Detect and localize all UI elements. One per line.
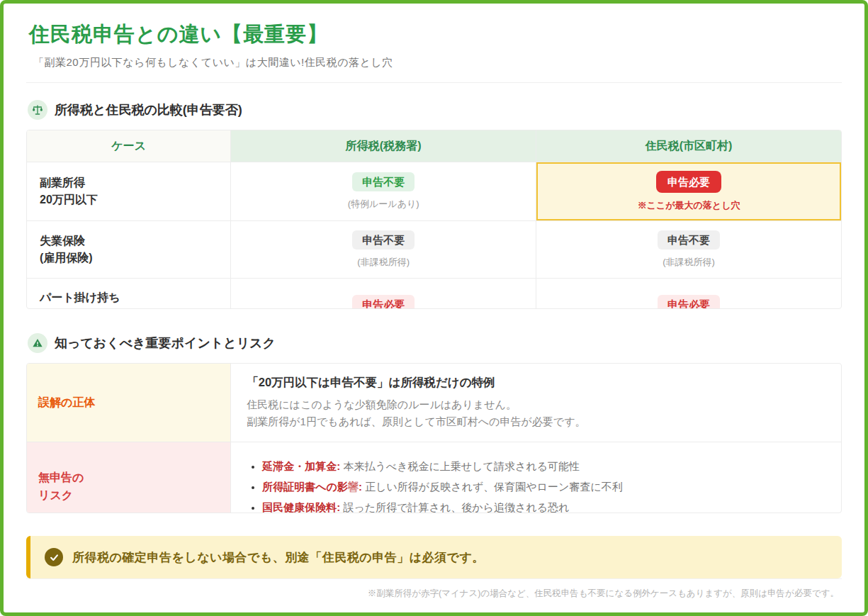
status-badge: 申告必要 — [352, 295, 415, 309]
resident-tax-cell-row1-highlighted: 申告必要 ※ここが最大の落とし穴 — [536, 162, 841, 220]
income-tax-cell-row2: 申告不要 (非課税所得) — [230, 220, 536, 278]
column-header-resident-tax: 住民税(市区町村) — [536, 130, 841, 162]
warning-icon — [28, 333, 47, 353]
case-line1: パート掛け持ち — [40, 289, 120, 306]
status-badge: 申告不要 — [352, 230, 415, 250]
case-line1: 副業所得 — [40, 174, 85, 191]
page: 住民税申告との違い【最重要】 「副業20万円以下なら何もしなくていい」は大間違い… — [0, 0, 868, 616]
column-header-income-tax: 所得税(税務署) — [230, 130, 536, 162]
risk-label-line1: 無申告の — [38, 469, 219, 487]
misunderstanding-title: 「20万円以下は申告不要」は所得税だけの特例 — [247, 375, 825, 391]
status-badge: 申告不要 — [658, 230, 720, 250]
income-tax-cell-row1: 申告不要 (特例ルールあり) — [230, 162, 536, 220]
status-badge: 申告不要 — [352, 172, 415, 191]
risk-item: 所得証明書への影響: 正しい所得が反映されず、保育園やローン審査に不利 — [262, 478, 825, 495]
case-line2: (雇用保険) — [40, 250, 93, 267]
case-line2: (年末調整なし) — [40, 308, 106, 309]
risk-term: 所得証明書への影響: — [262, 481, 362, 493]
footnote: ※副業所得が赤字(マイナス)の場合など、住民税申告も不要になる例外ケースもありま… — [26, 578, 842, 603]
row-label-risk: 無申告の リスク — [27, 442, 230, 513]
page-subtitle: 「副業20万円以下なら何もしなくていい」は大間違い!住民税の落とし穴 — [29, 56, 842, 69]
income-tax-cell-row3: 申告必要 — [230, 278, 536, 309]
comparison-section-heading: 所得税と住民税の比較(申告要否) — [28, 100, 842, 120]
callout-text: 所得税の確定申告をしない場合でも、別途「住民税の申告」は必須です。 — [72, 549, 485, 566]
status-badge: 申告必要 — [658, 295, 720, 309]
badge-note: (非課税所得) — [357, 256, 410, 269]
scale-icon — [28, 100, 47, 120]
points-heading-label: 知っておくべき重要ポイントとリスク — [55, 335, 276, 352]
risk-item: 国民健康保険料: 誤った所得で計算され、後から追徴される恐れ — [262, 499, 825, 513]
comparison-table: ケース 所得税(税務署) 住民税(市区町村) 副業所得 20万円以下 申告不要 … — [26, 130, 842, 309]
case-line2: 20万円以下 — [40, 191, 98, 208]
risk-item: 延滞金・加算金: 本来払うべき税金に上乗せして請求される可能性 — [262, 458, 825, 474]
resident-tax-cell-row2: 申告不要 (非課税所得) — [536, 220, 841, 278]
risk-desc: 正しい所得が反映されず、保育園やローン審査に不利 — [365, 481, 623, 493]
risk-label-line2: リスク — [38, 486, 219, 505]
misunderstanding-line2: 副業所得が1円でもあれば、原則として市区町村への申告が必要です。 — [247, 413, 825, 430]
case-cell-unemployment: 失業保険 (雇用保険) — [27, 220, 230, 278]
comparison-heading-label: 所得税と住民税の比較(申告要否) — [55, 101, 242, 118]
row-label-misunderstanding: 誤解の正体 — [27, 364, 230, 442]
risk-body: 延滞金・加算金: 本来払うべき税金に上乗せして請求される可能性 所得証明書への影… — [230, 442, 841, 513]
pitfall-note: ※ここが最大の落とし穴 — [638, 199, 740, 212]
risk-desc: 誤った所得で計算され、後から追徴される恐れ — [343, 501, 569, 513]
badge-note: (特例ルールあり) — [348, 198, 419, 211]
misunderstanding-body: 「20万円以下は申告不要」は所得税だけの特例 住民税にはこのような少額免除のルー… — [230, 364, 841, 442]
risk-term: 国民健康保険料: — [262, 501, 340, 513]
page-title: 住民税申告との違い【最重要】 — [29, 21, 842, 49]
points-table: 誤解の正体 「20万円以下は申告不要」は所得税だけの特例 住民税にはこのような少… — [26, 363, 842, 513]
risk-list: 延滞金・加算金: 本来払うべき税金に上乗せして請求される可能性 所得証明書への影… — [247, 454, 825, 513]
mandatory-filing-callout: 所得税の確定申告をしない場合でも、別途「住民税の申告」は必須です。 — [26, 536, 842, 578]
case-cell-part-time: パート掛け持ち (年末調整なし) — [27, 278, 230, 309]
status-badge: 申告必要 — [656, 171, 721, 193]
page-header: 住民税申告との違い【最重要】 「副業20万円以下なら何もしなくていい」は大間違い… — [26, 21, 842, 83]
check-circle-icon — [45, 548, 63, 566]
points-section-heading: 知っておくべき重要ポイントとリスク — [28, 333, 842, 353]
case-cell-side-income: 副業所得 20万円以下 — [27, 162, 230, 220]
badge-note: (非課税所得) — [663, 256, 715, 269]
column-header-case: ケース — [27, 130, 230, 162]
resident-tax-cell-row3: 申告必要 — [536, 278, 841, 309]
case-line1: 失業保険 — [40, 233, 85, 250]
risk-desc: 本来払うべき税金に上乗せして請求される可能性 — [343, 460, 580, 472]
risk-term: 延滞金・加算金: — [262, 460, 340, 472]
misunderstanding-line1: 住民税にはこのような少額免除のルールはありません。 — [247, 396, 825, 413]
